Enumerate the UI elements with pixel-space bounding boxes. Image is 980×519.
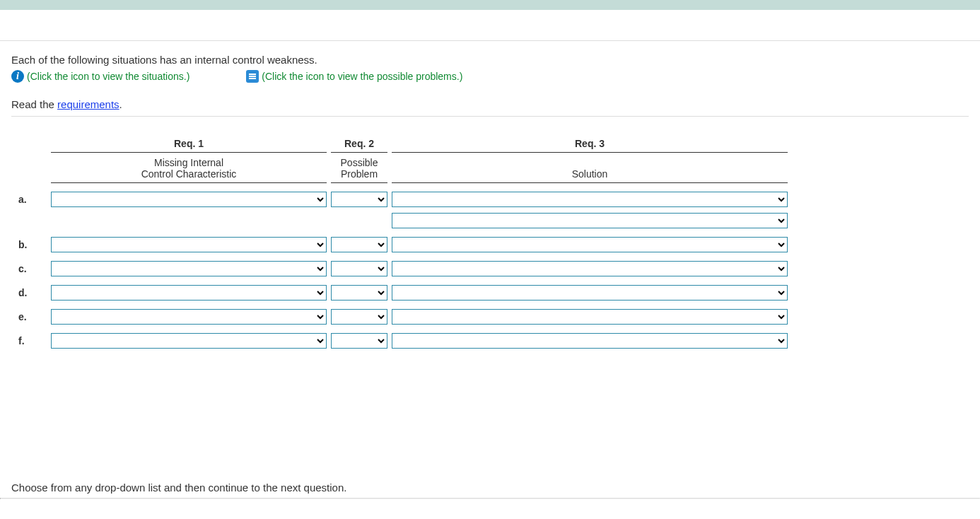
select-e-col1[interactable] xyxy=(51,309,327,325)
subheader-col1-line1: Missing Internal xyxy=(51,157,327,168)
top-bar xyxy=(0,0,980,10)
select-f-col3[interactable] xyxy=(392,333,788,349)
select-e-col2[interactable] xyxy=(331,309,387,325)
header-req2: Req. 2 xyxy=(331,138,387,153)
document-icon[interactable] xyxy=(246,70,259,83)
row-label-c: c. xyxy=(18,263,47,274)
subheader-col2-line2: Problem xyxy=(331,168,387,183)
separator xyxy=(11,116,969,117)
footer-instruction: Choose from any drop-down list and then … xyxy=(11,482,346,494)
answer-grid: Req. 1 Req. 2 Req. 3 Missing Internal Po… xyxy=(11,138,969,349)
view-situations-link[interactable]: (Click the icon to view the situations.) xyxy=(27,71,189,82)
select-b-col3[interactable] xyxy=(392,237,788,252)
row-label-f: f. xyxy=(18,335,47,346)
subheader-col3-line2: Solution xyxy=(392,168,788,183)
select-a-col1[interactable] xyxy=(51,192,327,207)
row-label-a: a. xyxy=(18,194,47,205)
footer-separator xyxy=(0,498,980,499)
subheader-col2-line1: Possible xyxy=(331,157,387,168)
header-req3: Req. 3 xyxy=(392,138,788,153)
select-e-col3[interactable] xyxy=(392,309,788,325)
read-requirements-line: Read the requirements. xyxy=(11,98,969,110)
select-a-col2[interactable] xyxy=(331,192,387,207)
select-b-col2[interactable] xyxy=(331,237,387,252)
select-d-col2[interactable] xyxy=(331,285,387,301)
select-a-col3[interactable] xyxy=(392,192,788,207)
select-d-col3[interactable] xyxy=(392,285,788,301)
info-icon[interactable]: i xyxy=(11,70,24,83)
header-req1: Req. 1 xyxy=(51,138,327,153)
select-b-col1[interactable] xyxy=(51,237,327,252)
header-spacer xyxy=(0,10,980,41)
read-suffix: . xyxy=(119,98,122,110)
requirements-link[interactable]: requirements xyxy=(57,98,119,110)
select-c-col2[interactable] xyxy=(331,261,387,276)
select-f-col1[interactable] xyxy=(51,333,327,349)
row-label-e: e. xyxy=(18,311,47,322)
select-a-col3-line2[interactable] xyxy=(392,213,788,228)
select-f-col2[interactable] xyxy=(331,333,387,349)
view-problems-link[interactable]: (Click the icon to view the possible pro… xyxy=(262,71,462,82)
row-label-d: d. xyxy=(18,287,47,298)
select-d-col1[interactable] xyxy=(51,285,327,301)
select-c-col3[interactable] xyxy=(392,261,788,276)
row-label-b: b. xyxy=(18,239,47,250)
subheader-col1-line2: Control Characteristic xyxy=(51,168,327,183)
intro-text: Each of the following situations has an … xyxy=(11,54,969,66)
read-prefix: Read the xyxy=(11,98,57,110)
select-c-col1[interactable] xyxy=(51,261,327,276)
